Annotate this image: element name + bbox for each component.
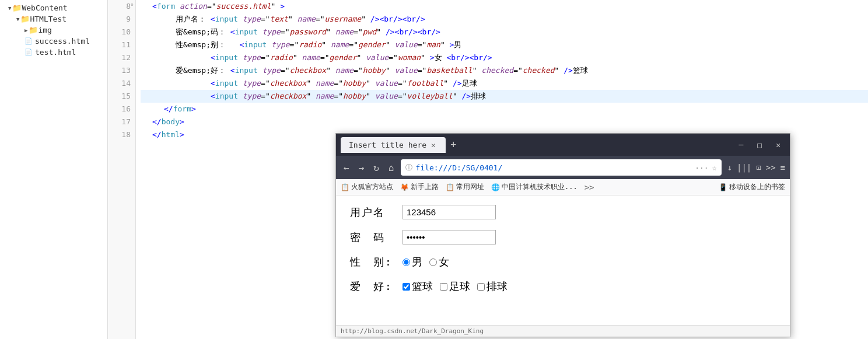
gender-label: 性 别: [350,255,402,269]
bookmark-firefoxsite[interactable]: 📋 火狐官方站点 [341,182,393,192]
form-row-password: 密 码 [350,230,776,244]
username-label: 用户名 [350,205,402,219]
line-num-15: 15 [108,90,135,103]
menu-icon[interactable]: ≡ [780,163,785,172]
line-num-13: 13 [108,64,135,77]
bookmark-label: 中国计算机技术职业... [502,182,578,192]
bookmark-star-icon[interactable]: ☆ [712,163,717,172]
folder-icon: 📁 [20,15,30,23]
folder-icon: 📁 [12,4,22,12]
checkbox-football[interactable] [440,283,447,291]
form-row-hobby: 爱 好: 篮球 足球 排球 [350,279,776,293]
bookmark-icon: 🦊 [400,183,409,191]
library-icon[interactable]: ||| [737,163,751,172]
expand-arrow-icon: ▶ [24,27,27,33]
line-num-16: 16 [108,103,135,116]
tab-close-button[interactable]: ✕ [431,141,436,149]
code-line-14: <input type="checkbox" name="hobby" valu… [141,77,868,90]
bookmark-mobile[interactable]: 📱 移动设备上的书签 [719,182,785,192]
hobby-label: 爱 好: [350,279,402,293]
password-input[interactable] [402,230,496,244]
hobby-checkbox-group: 篮球 足球 排球 [402,279,508,293]
code-editor: 8 9 10 11 12 13 14 15 16 17 18 <form act… [108,0,868,339]
new-tab-button[interactable]: + [446,139,461,150]
radio-woman-input[interactable] [429,258,437,266]
nav-extra-icons: ↓ ||| ⊡ >> ≡ [727,163,785,172]
file-icon: 📄 [24,48,33,56]
line-num-18: 18 [108,128,135,141]
folder-icon: 📁 [29,26,38,34]
browser-window: Insert title here ✕ + ─ □ ✕ ← → ↻ ⌂ ⓘ fi… [335,133,790,337]
minimize-button[interactable]: ─ [734,139,748,151]
checkbox-volleyball-label: 排球 [487,279,508,293]
sidebar-item-test[interactable]: 📄 test.html [0,47,107,58]
form-row-gender: 性 别: 男 女 [350,255,776,269]
close-button[interactable]: ✕ [771,139,785,151]
sidebar-item-htmltest[interactable]: ▼ 📁 HTMLTest [0,13,107,25]
security-icon: ⓘ [405,163,412,173]
browser-statusbar: http://blog.csdn.net/Dark_Dragon_King [336,325,790,337]
bookmark-icon: 📋 [446,183,454,191]
checkbox-basketball-label: 篮球 [412,279,433,293]
line-num-11: 11 [108,39,135,51]
browser-content: 用户名 密 码 性 别: 男 女 [336,195,790,325]
bookmark-label: 常用网址 [456,182,484,192]
sidebar-item-label: test.html [35,48,76,57]
expand-arrow-icon: ▼ [16,16,19,22]
browser-bookmarks: 📋 火狐官方站点 🦊 新手上路 📋 常用网址 🌐 中国计算机技术职业... >>… [336,179,790,195]
bookmark-label: 移动设备上的书签 [729,182,785,192]
bookmark-common[interactable]: 📋 常用网址 [446,182,484,192]
url-bar[interactable]: ⓘ file:///D:/SG/0401/ ··· ☆ [401,159,722,176]
code-line-10: 密&emsp;码： <input type="password" name="p… [141,26,868,39]
back-button[interactable]: ← [341,161,352,174]
home-button[interactable]: ⌂ [386,161,397,174]
expand-arrow-icon: ▼ [8,5,11,11]
bookmark-icon: 📋 [341,183,349,191]
browser-tab[interactable]: Insert title here ✕ [341,137,446,153]
code-line-11: 性&emsp;别： <input type="radio" name="gend… [141,39,868,51]
gender-radio-man: 男 [402,255,422,269]
more-bookmarks[interactable]: >> [584,183,594,192]
maximize-button[interactable]: □ [752,139,766,151]
browser-navbar: ← → ↻ ⌂ ⓘ file:///D:/SG/0401/ ··· ☆ ↓ ||… [336,156,790,179]
line-num-14: 14 [108,77,135,90]
sidebar-item-label: WebContent [22,4,67,12]
mobile-icon: 📱 [719,183,727,191]
sidebar-item-img[interactable]: ▶ 📁 img [0,25,107,36]
tab-title: Insert title here [349,141,426,149]
sidebar: ▼ 📁 WebContent ▼ 📁 HTMLTest ▶ 📁 img 📄 su… [0,0,108,339]
code-line-17: </body> [141,116,868,128]
synced-tabs-icon[interactable]: ⊡ [756,163,761,172]
extensions-icon[interactable]: >> [766,163,776,172]
line-num-10: 10 [108,26,135,39]
checkbox-basketball[interactable] [402,283,410,291]
radio-woman-label: 女 [439,255,449,269]
line-num-9: 9 [108,13,135,26]
radio-man-input[interactable] [402,258,410,266]
checkbox-football-label: 足球 [449,279,470,293]
download-icon[interactable]: ↓ [727,163,732,172]
reload-button[interactable]: ↻ [370,161,382,174]
hobby-basketball: 篮球 [402,279,433,293]
sidebar-item-label: img [38,26,51,34]
line-num-8: 8 [108,0,135,13]
form-row-username: 用户名 [350,205,776,219]
sidebar-item-webcontent[interactable]: ▼ 📁 WebContent [0,2,107,13]
bookmark-label: 新手上路 [411,182,439,192]
checkbox-volleyball[interactable] [477,283,485,291]
password-label: 密 码 [350,230,402,244]
line-numbers: 8 9 10 11 12 13 14 15 16 17 18 [108,0,136,339]
more-icon: ··· [695,163,708,172]
gender-radio-group: 男 女 [402,255,449,269]
username-input[interactable] [402,205,496,219]
sidebar-item-success[interactable]: 📄 success.html [0,36,107,47]
code-line-8: <form action="success.html" > [141,0,868,13]
bookmark-china-tech[interactable]: 🌐 中国计算机技术职业... [491,182,578,192]
url-icons: ··· ☆ [695,163,716,172]
url-text: file:///D:/SG/0401/ [416,163,692,172]
code-line-15: <input type="checkbox" name="hobby" valu… [141,90,868,103]
bookmark-beginner[interactable]: 🦊 新手上路 [400,182,439,192]
line-num-12: 12 [108,51,135,64]
forward-button[interactable]: → [356,161,368,174]
sidebar-item-label: HTMLTest [30,15,66,23]
